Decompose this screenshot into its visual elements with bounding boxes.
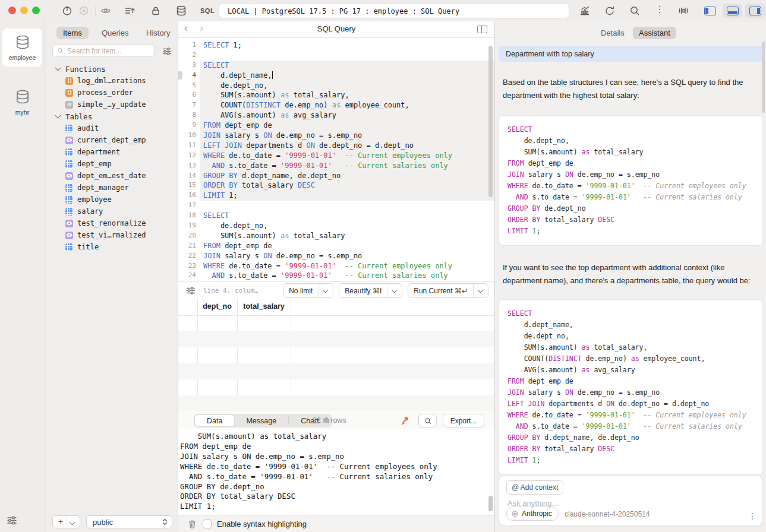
sidebar-item-dept_em…est_date[interactable]: dept_em…est_date (45, 170, 178, 182)
limit-select[interactable]: No limit (283, 283, 333, 298)
editor-line[interactable]: 21FROM dept_emp de (178, 241, 494, 251)
editor-line[interactable]: 10JOIN salary s ON de.emp_no = s.emp_no (178, 131, 494, 141)
section-tables[interactable]: Tables (45, 110, 178, 122)
add-item-button[interactable]: + (52, 515, 80, 528)
tab-history[interactable]: History (140, 27, 176, 39)
sidebar-item-dept_emp[interactable]: dept_emp (45, 158, 178, 170)
section-functions[interactable]: Functions (45, 63, 178, 75)
sidebar-item-current_dept_emp[interactable]: current_dept_emp (45, 134, 178, 146)
assistant-code-block[interactable]: SELECT de.dept_no, SUM(s.amount) as tota… (499, 115, 763, 246)
editor-line[interactable]: 15ORDER BY total_salary DESC (178, 180, 494, 191)
split-view-icon[interactable] (477, 26, 487, 33)
export-button[interactable]: Export... (443, 414, 484, 428)
editor-line[interactable]: 9FROM dept_emp de (178, 121, 494, 131)
editor-line[interactable]: 17 (178, 201, 494, 211)
editor-line[interactable]: 1SELECT 1; (178, 40, 494, 50)
pin-icon[interactable] (399, 415, 411, 426)
panel-scrollbar[interactable] (762, 42, 765, 113)
editor-line[interactable]: 4 d.dept_name, (178, 71, 494, 81)
refresh-icon[interactable] (604, 5, 616, 17)
rail-settings-sliders-icon[interactable] (6, 514, 18, 526)
tab-details[interactable]: Details (595, 27, 631, 39)
sidebar-item-dept_manager[interactable]: dept_manager (45, 182, 178, 194)
assistant-code-block[interactable]: SELECT d.dept_name, de.dept_no, SUM(s.am… (499, 299, 763, 475)
sidebar-item-test_renormalize[interactable]: test_renormalize (45, 217, 178, 229)
sidebar-item-log_dml…erations[interactable]: log_dml…erations (45, 75, 178, 87)
chart-icon[interactable] (579, 5, 591, 17)
kebab-menu-icon[interactable]: ⋮ (748, 511, 756, 521)
toggle-left-panel-button[interactable] (700, 4, 720, 18)
editor-line[interactable]: 5 de.dept_no, (178, 81, 494, 91)
x-circle-icon[interactable] (78, 5, 90, 17)
sidebar-item-process_order[interactable]: process_order (45, 87, 178, 99)
message-panel[interactable]: SUM(s.amount) as total_salaryFROM dept_e… (178, 429, 494, 515)
editor-line[interactable]: 14GROUP BY d.dept_name, de.dept_no (178, 171, 494, 181)
run-current-button[interactable]: Run Current ⌘↵ (408, 283, 488, 298)
editor-line[interactable]: 24 AND s.to_date = '9999-01-01' -- Curre… (178, 271, 494, 281)
assistant-input-card[interactable]: @ Add context Ask anything... Anthropic … (499, 475, 763, 526)
tab-assistant[interactable]: Assistant (633, 27, 676, 39)
editor-line[interactable]: 7 COUNT(DISTINCT de.emp_no) as employee_… (178, 100, 494, 110)
tab-items[interactable]: Items (56, 27, 89, 39)
editor-line[interactable]: 18SELECT (178, 211, 494, 221)
session-title-banner[interactable]: Department with top salary (499, 46, 763, 62)
editor-line[interactable]: 13 AND s.to_date = '9999-01-01' -- Curre… (178, 161, 494, 171)
list-up-icon[interactable] (124, 5, 135, 17)
sidebar-item-audit[interactable]: audit (45, 122, 178, 134)
editor-line[interactable]: 16LIMIT 1; (178, 191, 494, 201)
sidebar-item-department[interactable]: department (45, 146, 178, 158)
eye-icon[interactable] (100, 5, 112, 17)
column-header-total-salary[interactable]: total_salary (237, 302, 291, 311)
table-row[interactable] (178, 363, 494, 379)
database-icon[interactable] (175, 5, 187, 17)
connection-title[interactable]: LOCAL | PostgreSQL 17.5 : PG 17 : employ… (219, 3, 569, 18)
editor-scrollbar[interactable] (488, 46, 493, 197)
sidebar-item-employee[interactable]: employee (45, 194, 178, 205)
filter-sliders-icon[interactable] (162, 46, 172, 56)
focus-mode-icon[interactable] (677, 5, 689, 17)
provider-pill[interactable]: Anthropic (506, 506, 559, 521)
kebab-menu-icon[interactable]: ⋮ (654, 4, 666, 15)
table-row[interactable] (178, 347, 494, 363)
search-input[interactable]: Search for item... (52, 45, 155, 57)
traffic-minimize-button[interactable] (20, 7, 28, 14)
beautify-button[interactable]: Beautify ⌘I (339, 283, 402, 298)
editor-line[interactable]: 6 SUM(s.amount) as total_salary, (178, 90, 494, 100)
editor-line[interactable]: 20 SUM(s.amount) as total_salary (178, 231, 494, 241)
sidebar-item-simple_…y_update[interactable]: simple_…y_update (45, 99, 178, 110)
connection-myhr[interactable]: myhr (2, 83, 42, 121)
tab-data[interactable]: Data (195, 415, 234, 426)
toggle-bottom-panel-button[interactable] (723, 4, 742, 18)
schema-select[interactable]: public (86, 515, 172, 528)
message-scrollbar[interactable] (488, 496, 493, 511)
sql-editor[interactable]: 1SELECT 1;23SELECT4 d.dept_name,5 de.dep… (178, 37, 494, 281)
search-icon[interactable] (629, 5, 641, 17)
traffic-close-button[interactable] (8, 7, 16, 14)
traffic-zoom-button[interactable] (32, 7, 40, 14)
tab-message[interactable]: Message (234, 415, 288, 426)
editor-line[interactable]: 3SELECT (178, 61, 494, 71)
sidebar-item-test_vi…rmalized[interactable]: test_vi…rmalized (45, 229, 178, 241)
lock-icon[interactable] (150, 5, 162, 17)
search-results-button[interactable] (418, 414, 437, 428)
table-row[interactable] (178, 379, 494, 395)
results-grid[interactable]: dept_no total_salary (178, 298, 494, 412)
editor-settings-sliders-icon[interactable] (185, 285, 196, 296)
editor-line[interactable]: 12WHERE de.to_date = '9999-01-01' -- Cur… (178, 151, 494, 161)
sidebar-item-title[interactable]: title (45, 241, 178, 253)
trash-icon[interactable] (187, 518, 198, 530)
connection-employee[interactable]: employee (2, 28, 42, 66)
toggle-right-panel-button[interactable] (745, 4, 765, 18)
sidebar-item-salary[interactable]: salary (45, 205, 178, 217)
column-header-dept-no[interactable]: dept_no (197, 302, 237, 311)
syntax-highlighting-checkbox[interactable] (203, 520, 212, 528)
editor-line[interactable]: 19 de.dept_no, (178, 221, 494, 231)
add-context-chip[interactable]: @ Add context (506, 480, 563, 495)
editor-line[interactable]: 2 (178, 50, 494, 61)
editor-line[interactable]: 11LEFT JOIN departments d ON de.dept_no … (178, 141, 494, 151)
editor-line[interactable]: 22JOIN salary s ON de.emp_no = s.emp_no (178, 251, 494, 261)
table-row[interactable] (178, 315, 494, 331)
editor-line[interactable]: 23WHERE de.to_date = '9999-01-01' -- Cur… (178, 261, 494, 271)
table-row[interactable] (178, 331, 494, 347)
power-plug-icon[interactable] (61, 5, 73, 17)
